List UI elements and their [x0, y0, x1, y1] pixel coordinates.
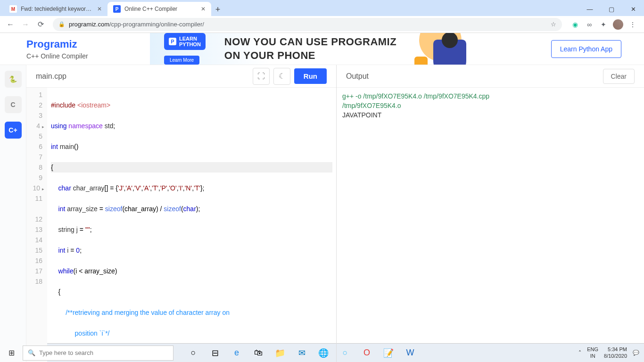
taskbar-search[interactable]: 🔍 Type here to search [23, 346, 173, 361]
search-icon: 🔍 [28, 349, 35, 356]
start-button[interactable]: ⊞ [0, 344, 23, 362]
output-body[interactable]: g++ -o /tmp/9fXO7E95K4.o /tmp/9fXO7E95K4… [337, 88, 644, 362]
cortana-icon[interactable]: ○ [183, 344, 204, 362]
chrome-icon[interactable]: 🌐 [313, 344, 334, 362]
task-view-icon[interactable]: ⊟ [205, 344, 225, 362]
url-host: programiz.com [69, 21, 109, 28]
output-cmd2: /tmp/9fXO7E95K4.o [342, 101, 638, 110]
notepad-icon[interactable]: 📝 [378, 344, 399, 362]
banner-line2: ON YOUR PHONE [224, 49, 315, 61]
tray-lang[interactable]: ENG [587, 346, 598, 353]
tray-date: 8/10/2020 [604, 353, 627, 359]
banner-headline: NOW YOU CAN USE PROGRAMIZ ON YOUR PHONE [224, 35, 396, 62]
tray-overflow-icon[interactable]: ˄ [578, 350, 581, 356]
gmail-icon: M [9, 5, 17, 13]
rail-c-icon[interactable]: C [5, 96, 22, 113]
run-button[interactable]: Run [294, 68, 327, 84]
close-icon[interactable]: ✕ [97, 6, 102, 12]
dark-mode-button[interactable]: ☾ [273, 68, 290, 85]
opera-icon[interactable]: O [356, 344, 377, 362]
rail-python-icon[interactable]: 🐍 [5, 71, 22, 88]
tray-time: 5:34 PM [604, 346, 627, 353]
language-rail: 🐍 C C+ [0, 65, 26, 362]
star-icon[interactable]: ☆ [551, 21, 556, 28]
ie-icon[interactable]: e [226, 344, 247, 362]
explorer-icon[interactable]: 📁 [270, 344, 290, 362]
lock-icon: 🔒 [58, 21, 65, 27]
line-gutter: 1234 5678 91011 12131415 161718 [26, 88, 47, 362]
omnibox[interactable]: 🔒 programiz.com/cpp-programming/online-c… [53, 18, 562, 31]
profile-avatar[interactable] [613, 19, 623, 30]
banner-illustration [419, 33, 485, 65]
back-button[interactable]: ← [4, 18, 17, 31]
top-banner: Programiz C++ Online Compiler P LEARNPYT… [0, 33, 644, 65]
chromium-icon[interactable]: ○ [335, 344, 355, 362]
action-center-icon[interactable]: 💬 [633, 350, 639, 356]
rail-cpp-icon[interactable]: C+ [5, 122, 22, 139]
badge-line1: LEARN [179, 36, 197, 41]
code-content[interactable]: #include <iostream> using namespace std;… [47, 88, 336, 362]
forward-button[interactable]: → [19, 18, 32, 31]
tray-locale[interactable]: IN [587, 353, 598, 359]
output-cmd1: g++ -o /tmp/9fXO7E95K4.o /tmp/9fXO7E95K4… [342, 91, 638, 101]
badge-line2: PYTHON [179, 41, 201, 47]
learn-python-app-button[interactable]: Learn Python App [551, 40, 621, 58]
maximize-button[interactable]: ▢ [601, 2, 622, 16]
address-bar: ← → ⟳ 🔒 programiz.com/cpp-programming/on… [0, 16, 644, 33]
learn-python-badge: P LEARNPYTHON [164, 33, 206, 50]
tray-clock[interactable]: 5:34 PM 8/10/2020 [604, 346, 627, 359]
browser-titlebar: M Fwd: techiedelight keywords list - ✕ P… [0, 0, 644, 16]
window-close-button[interactable]: ✕ [622, 2, 644, 16]
banner-line1: NOW YOU CAN USE PROGRAMIZ [224, 36, 396, 48]
filename-label: main.cpp [36, 72, 249, 81]
grammarly-icon[interactable]: ◉ [570, 20, 580, 29]
chrome-menu-icon[interactable]: ⋮ [628, 20, 637, 29]
output-title: Output [346, 72, 603, 81]
minimize-button[interactable]: — [579, 2, 601, 16]
output-result: JAVATPOINT [342, 110, 638, 120]
url-path: /cpp-programming/online-compiler/ [109, 21, 204, 28]
tab-title: Fwd: techiedelight keywords list - [21, 6, 93, 12]
word-icon[interactable]: W [400, 344, 421, 362]
search-placeholder: Type here to search [39, 349, 93, 356]
store-icon[interactable]: 🛍 [248, 344, 269, 362]
fullscreen-button[interactable]: ⛶ [253, 68, 270, 85]
tab-gmail[interactable]: M Fwd: techiedelight keywords list - ✕ [4, 2, 107, 16]
new-tab-button[interactable]: + [211, 3, 224, 16]
page-subtitle: C++ Online Compiler [26, 52, 150, 60]
close-icon[interactable]: ✕ [201, 6, 206, 12]
extensions-puzzle-icon[interactable]: ✦ [599, 20, 608, 29]
tab-programiz[interactable]: P Online C++ Compiler ✕ [107, 2, 211, 16]
extension-icon[interactable]: ∞ [585, 20, 594, 29]
mail-icon[interactable]: ✉ [291, 344, 312, 362]
programiz-icon: P [113, 5, 121, 13]
tab-title: Online C++ Compiler [124, 6, 197, 12]
clear-button[interactable]: Clear [603, 69, 635, 84]
learn-more-button[interactable]: Learn More [164, 56, 199, 65]
code-editor[interactable]: 1234 5678 91011 12131415 161718 #include… [26, 88, 336, 362]
programiz-logo[interactable]: Programiz [26, 38, 150, 50]
reload-button[interactable]: ⟳ [34, 18, 47, 31]
